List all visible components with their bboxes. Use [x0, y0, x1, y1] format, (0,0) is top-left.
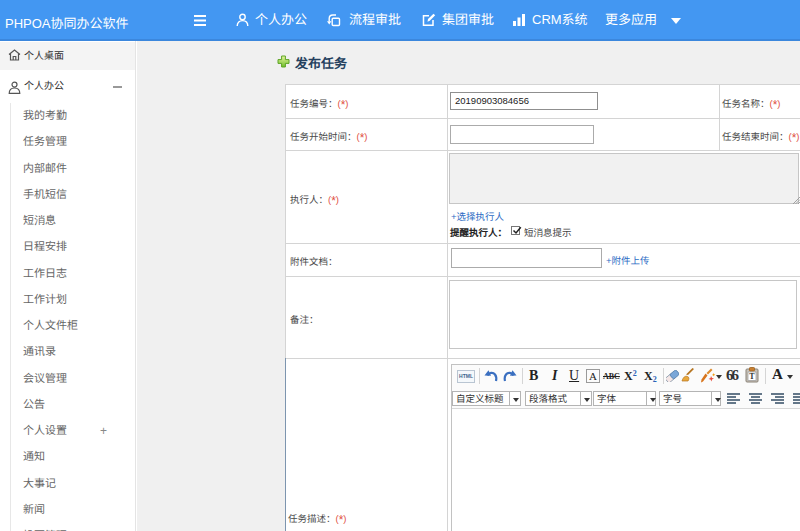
svg-text:T: T [749, 372, 755, 381]
